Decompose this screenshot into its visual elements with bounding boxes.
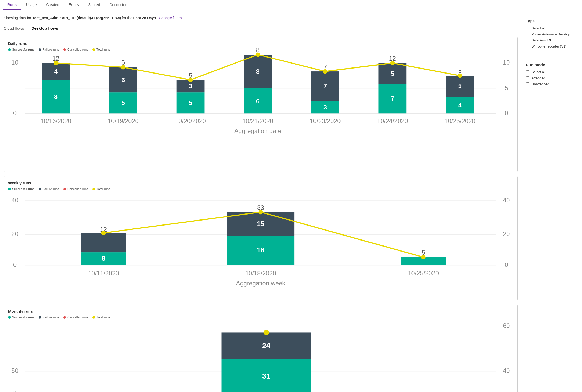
svg-text:20: 20 xyxy=(12,231,18,237)
svg-text:3: 3 xyxy=(323,104,327,111)
svg-text:10/19/2020: 10/19/2020 xyxy=(108,118,139,124)
run-mode-filter-box: Run mode Select all Attended Unattended xyxy=(522,59,578,90)
svg-text:10: 10 xyxy=(12,59,18,66)
weekly-chart-area: 40 20 0 40 20 0 8 xyxy=(8,194,513,296)
type-select-all-label: Select all xyxy=(532,26,545,30)
type-windows-label: Windows recorder (V1) xyxy=(532,44,566,48)
svg-text:40: 40 xyxy=(503,367,510,374)
weekly-chart-title: Weekly runs xyxy=(8,181,513,185)
svg-text:8: 8 xyxy=(102,255,105,262)
type-filter-title: Type xyxy=(526,19,574,23)
svg-text:10/23/2020: 10/23/2020 xyxy=(310,118,341,124)
svg-point-95 xyxy=(264,330,269,335)
monthly-chart-svg: 50 0 60 40 31 24 xyxy=(8,322,513,392)
svg-text:0: 0 xyxy=(505,262,508,268)
daily-chart-title: Daily runs xyxy=(8,41,513,46)
svg-text:0: 0 xyxy=(13,390,17,392)
svg-text:10/18/2020: 10/18/2020 xyxy=(245,270,276,277)
svg-text:7: 7 xyxy=(391,95,394,102)
weekly-chart-svg: 40 20 0 40 20 0 8 xyxy=(8,194,513,295)
daily-chart-area: 10 0 10 5 0 8 xyxy=(8,55,513,168)
svg-point-48 xyxy=(390,61,395,65)
run-mode-unattended-item: Unattended xyxy=(526,82,574,86)
svg-text:18: 18 xyxy=(257,246,264,254)
svg-point-45 xyxy=(188,78,193,82)
successful-dot xyxy=(8,48,11,51)
monthly-chart-card: Monthly runs Successful runs Failure run… xyxy=(4,305,518,392)
run-mode-filter-title: Run mode xyxy=(526,62,574,67)
subtab-desktop[interactable]: Desktop flows xyxy=(32,26,58,32)
svg-text:5: 5 xyxy=(121,100,125,106)
legend-total: Total runs xyxy=(92,48,110,51)
info-prefix: Showing data for xyxy=(4,16,32,20)
tab-shared[interactable]: Shared xyxy=(83,0,105,10)
svg-text:10/25/2020: 10/25/2020 xyxy=(444,118,475,124)
svg-point-46 xyxy=(256,53,260,57)
svg-text:10/11/2020: 10/11/2020 xyxy=(88,270,119,277)
monthly-chart-title: Monthly runs xyxy=(8,309,513,313)
svg-text:5: 5 xyxy=(391,70,394,77)
change-filters-link[interactable]: Change filters xyxy=(159,16,182,20)
tab-connectors[interactable]: Connectors xyxy=(105,0,133,10)
svg-text:10/25/2020: 10/25/2020 xyxy=(408,270,439,277)
subtab-cloud[interactable]: Cloud flows xyxy=(4,26,24,32)
svg-point-47 xyxy=(323,69,327,74)
svg-text:10/20/2020: 10/20/2020 xyxy=(175,118,206,124)
type-pad-item: Power Automate Desktop xyxy=(526,32,574,36)
run-mode-unattended-label: Unattended xyxy=(532,82,549,86)
svg-point-43 xyxy=(54,61,58,65)
svg-text:10/24/2020: 10/24/2020 xyxy=(377,118,408,124)
info-period-prefix: for the xyxy=(122,16,133,20)
svg-text:5: 5 xyxy=(422,249,425,256)
svg-text:50: 50 xyxy=(12,367,18,374)
info-separator: . xyxy=(157,16,159,20)
w-legend-successful: Successful runs xyxy=(8,187,34,191)
run-mode-unattended-checkbox[interactable] xyxy=(526,82,529,86)
cancelled-dot xyxy=(63,48,66,51)
type-pad-checkbox[interactable] xyxy=(526,33,529,36)
run-mode-select-all-checkbox[interactable] xyxy=(526,70,529,74)
svg-text:7: 7 xyxy=(323,83,327,90)
svg-text:5: 5 xyxy=(189,100,192,106)
tab-usage[interactable]: Usage xyxy=(21,0,41,10)
svg-text:0: 0 xyxy=(13,262,17,268)
svg-text:40: 40 xyxy=(503,197,510,204)
svg-text:20: 20 xyxy=(503,231,510,237)
svg-text:8: 8 xyxy=(256,68,260,75)
svg-text:40: 40 xyxy=(12,197,18,204)
tab-errors[interactable]: Errors xyxy=(64,0,83,10)
svg-text:Aggregation week: Aggregation week xyxy=(236,280,285,287)
svg-point-80 xyxy=(421,255,426,259)
svg-point-79 xyxy=(258,210,263,214)
svg-text:24: 24 xyxy=(262,342,270,350)
sub-tabs: Cloud flows Desktop flows xyxy=(4,26,518,32)
run-mode-attended-checkbox[interactable] xyxy=(526,76,529,80)
svg-text:6: 6 xyxy=(256,98,260,105)
tab-created[interactable]: Created xyxy=(41,0,64,10)
type-windows-checkbox[interactable] xyxy=(526,45,529,48)
failure-dot xyxy=(39,48,41,51)
svg-text:0: 0 xyxy=(505,110,508,117)
tab-runs[interactable]: Runs xyxy=(3,0,21,10)
run-mode-select-all-label: Select all xyxy=(532,70,545,74)
svg-text:3: 3 xyxy=(189,83,192,90)
svg-point-44 xyxy=(121,65,125,70)
run-mode-attended-label: Attended xyxy=(532,76,545,80)
type-select-all-checkbox[interactable] xyxy=(526,27,529,30)
svg-text:5: 5 xyxy=(505,85,508,91)
legend-cancelled: Cancelled runs xyxy=(63,48,88,51)
total-dot xyxy=(92,48,95,51)
info-org: Test_test_AdminAPI_TIP (default)31 (org5… xyxy=(32,16,121,20)
svg-text:31: 31 xyxy=(262,372,270,380)
svg-text:10: 10 xyxy=(503,59,510,66)
info-period: Last 28 Days xyxy=(133,16,156,20)
run-mode-attended-item: Attended xyxy=(526,76,574,80)
type-pad-label: Power Automate Desktop xyxy=(532,32,570,36)
type-selenium-checkbox[interactable] xyxy=(526,39,529,42)
w-legend-total: Total runs xyxy=(92,187,110,191)
type-selenium-label: Selenium IDE xyxy=(532,38,552,42)
svg-text:Aggregation date: Aggregation date xyxy=(234,128,281,134)
legend-failure: Failure runs xyxy=(39,48,59,51)
svg-text:4: 4 xyxy=(458,102,462,109)
legend-successful: Successful runs xyxy=(8,48,34,51)
